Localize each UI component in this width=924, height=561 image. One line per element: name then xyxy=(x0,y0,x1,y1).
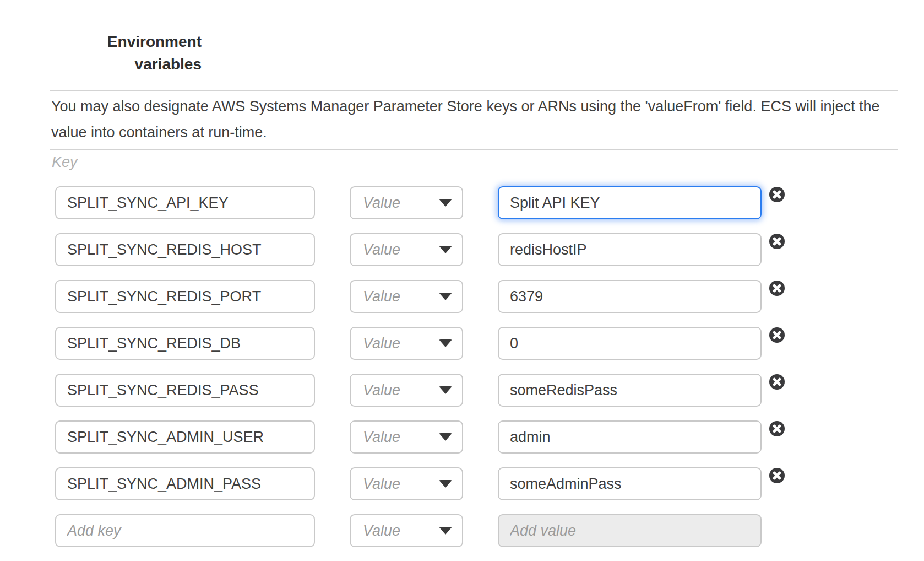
chevron-down-icon xyxy=(439,339,452,347)
value-type-select[interactable]: Value xyxy=(350,186,463,219)
env-key-input[interactable] xyxy=(55,186,315,219)
value-type-select[interactable]: Value xyxy=(350,467,463,500)
value-type-select[interactable]: Value xyxy=(350,280,463,313)
env-value-input[interactable] xyxy=(498,186,762,219)
key-column-header: Key xyxy=(52,154,78,171)
chevron-down-icon xyxy=(439,480,452,488)
x-circle-icon xyxy=(769,234,785,249)
env-key-input[interactable] xyxy=(55,467,315,500)
value-type-select[interactable]: Value xyxy=(350,374,463,407)
env-key-input[interactable] xyxy=(55,280,315,313)
x-circle-icon xyxy=(769,280,785,296)
env-key-input[interactable] xyxy=(55,420,315,454)
chevron-down-icon xyxy=(439,246,452,253)
value-type-label: Value xyxy=(363,241,400,258)
remove-row-button[interactable] xyxy=(769,468,785,483)
section-title: Environment variables xyxy=(55,30,202,75)
value-type-select[interactable]: Value xyxy=(350,233,463,266)
env-var-row: Value xyxy=(0,327,924,360)
env-value-input[interactable] xyxy=(498,327,762,360)
env-var-row: Value xyxy=(0,420,924,454)
remove-row-button[interactable] xyxy=(769,374,785,390)
environment-variables-section: Environment variables You may also desig… xyxy=(0,0,924,561)
value-type-select[interactable]: Value xyxy=(350,514,463,547)
env-value-input[interactable] xyxy=(498,374,762,407)
remove-row-button[interactable] xyxy=(769,187,785,202)
add-key-input[interactable] xyxy=(55,514,315,547)
chevron-down-icon xyxy=(439,433,452,441)
chevron-down-icon xyxy=(439,199,452,207)
remove-row-button[interactable] xyxy=(769,280,785,296)
chevron-down-icon xyxy=(439,293,452,300)
remove-row-button[interactable] xyxy=(769,327,785,343)
value-type-label: Value xyxy=(363,335,400,352)
env-key-input[interactable] xyxy=(55,327,315,360)
env-value-input[interactable] xyxy=(498,280,762,313)
env-value-input[interactable] xyxy=(498,467,762,500)
value-type-label: Value xyxy=(363,288,400,305)
divider xyxy=(50,149,898,150)
x-circle-icon xyxy=(769,421,785,436)
x-circle-icon xyxy=(769,187,785,202)
env-var-row: Value xyxy=(0,280,924,313)
value-type-label: Value xyxy=(363,195,400,212)
env-value-input[interactable] xyxy=(498,233,762,266)
section-description: You may also designate AWS Systems Manag… xyxy=(51,94,898,145)
value-type-select[interactable]: Value xyxy=(350,327,463,360)
env-var-row: Value xyxy=(0,186,924,219)
x-circle-icon xyxy=(769,468,785,483)
value-type-select[interactable]: Value xyxy=(350,420,463,454)
x-circle-icon xyxy=(769,374,785,390)
env-var-row: Value xyxy=(0,374,924,407)
env-key-input[interactable] xyxy=(55,374,315,407)
env-value-input[interactable] xyxy=(498,420,762,454)
divider xyxy=(50,90,898,91)
remove-row-button[interactable] xyxy=(769,234,785,249)
env-var-rows: Value Value xyxy=(0,186,924,561)
value-type-label: Value xyxy=(363,476,400,493)
value-type-label: Value xyxy=(363,522,400,540)
chevron-down-icon xyxy=(439,386,452,394)
remove-row-button[interactable] xyxy=(769,421,785,436)
env-var-row: Value xyxy=(0,233,924,266)
env-var-row: Value xyxy=(0,467,924,500)
add-env-var-row: Value xyxy=(0,514,924,547)
x-circle-icon xyxy=(769,327,785,343)
value-type-label: Value xyxy=(363,429,400,446)
value-type-label: Value xyxy=(363,382,400,399)
env-key-input[interactable] xyxy=(55,233,315,266)
chevron-down-icon xyxy=(439,527,452,535)
add-value-input[interactable] xyxy=(498,514,762,547)
